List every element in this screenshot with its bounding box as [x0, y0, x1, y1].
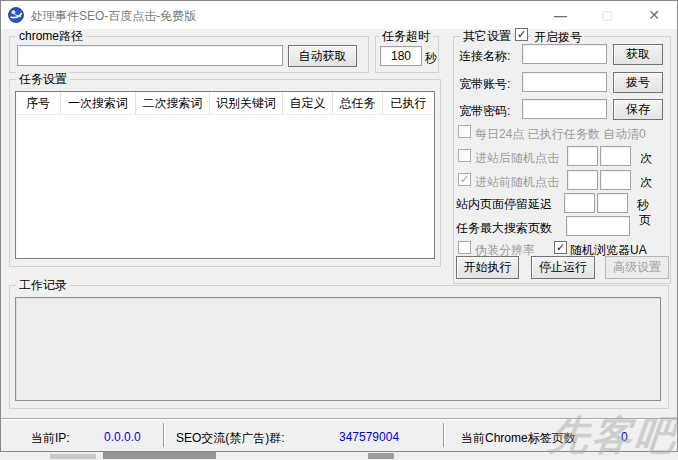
before-enter-click-checkbox[interactable]: ✓ — [458, 173, 471, 186]
after-enter-min-input[interactable] — [567, 146, 598, 166]
before-enter-min-input[interactable] — [567, 170, 598, 190]
work-log-group-label: 工作记录 — [16, 278, 70, 292]
column-header-custom[interactable]: 自定义 — [283, 92, 333, 114]
auto-get-path-button[interactable]: 自动获取 — [288, 45, 357, 67]
task-timeout-group-label: 任务超时 — [379, 29, 433, 43]
app-window: 处理事件SEO-百度点击-免费版 — ▢ ✕ chrome路径 自动获取 任务超… — [0, 0, 678, 452]
background-text-smudge — [103, 452, 216, 459]
get-connection-button[interactable]: 获取 — [613, 44, 663, 65]
column-header-search1[interactable]: 一次搜索词 — [61, 92, 136, 114]
after-enter-click-label: 进站后随机点击 — [475, 150, 559, 167]
background-blob-2 — [368, 453, 394, 459]
fake-resolution-checkbox[interactable] — [458, 241, 471, 254]
app-icon — [8, 7, 24, 23]
chrome-tabs-label: 当前Chrome标签页数 — [461, 430, 576, 447]
before-enter-click-label: 进站前随机点击 — [475, 174, 559, 191]
connection-name-label: 连接名称: — [459, 48, 510, 65]
task-settings-group-label: 任务设置 — [16, 72, 70, 86]
column-header-index[interactable]: 序号 — [16, 92, 61, 114]
broadband-account-label: 宽带账号: — [459, 76, 510, 93]
max-pages-unit: 页 — [639, 212, 651, 229]
seo-group-label: SEO交流(禁广告)群: — [176, 430, 285, 447]
after-enter-unit: 次 — [640, 150, 652, 167]
chrome-tabs-value: 0 — [621, 430, 628, 444]
max-pages-label: 任务最大搜索页数 — [456, 220, 552, 237]
task-timeout-input[interactable] — [380, 46, 422, 66]
dial-button[interactable]: 拨号 — [613, 72, 663, 93]
column-header-keyword[interactable]: 识别关键词 — [210, 92, 283, 114]
status-separator-2 — [443, 423, 444, 447]
seo-group-value: 347579004 — [339, 430, 399, 444]
broadband-password-label: 宽带密码: — [459, 103, 510, 120]
minimize-icon[interactable]: — — [538, 1, 583, 29]
task-timeout-unit: 秒 — [425, 50, 437, 67]
before-enter-unit: 次 — [640, 174, 652, 191]
task-table-header: 序号 一次搜索词 二次搜索词 识别关键词 自定义 总任务 已执行 — [16, 92, 434, 115]
other-settings-group-label: 其它设置 — [460, 29, 514, 43]
after-enter-click-checkbox[interactable] — [458, 149, 471, 162]
maximize-icon[interactable]: ▢ — [585, 1, 630, 29]
title-bar: 处理事件SEO-百度点击-免费版 — ▢ ✕ — [1, 1, 677, 29]
max-pages-input[interactable] — [566, 216, 630, 236]
after-enter-max-input[interactable] — [600, 146, 631, 166]
broadband-account-input[interactable] — [522, 72, 607, 92]
stop-button[interactable]: 停止运行 — [531, 256, 595, 279]
current-ip-label: 当前IP: — [31, 430, 70, 447]
daily-reset-label: 每日24点 已执行任务数 自动清0 — [475, 126, 646, 143]
work-log-area[interactable] — [15, 297, 661, 401]
chrome-path-input[interactable] — [17, 45, 283, 66]
before-enter-max-input[interactable] — [600, 170, 631, 190]
random-ua-checkbox[interactable]: ✓ — [554, 241, 567, 254]
column-header-executed[interactable]: 已执行 — [383, 92, 434, 114]
status-bar: 当前IP: 0.0.0.0 SEO交流(禁广告)群: 347579004 当前C… — [1, 418, 677, 451]
daily-reset-checkbox[interactable] — [458, 125, 471, 138]
save-button[interactable]: 保存 — [613, 99, 663, 120]
column-header-search2[interactable]: 二次搜索词 — [136, 92, 210, 114]
current-ip-value: 0.0.0.0 — [104, 430, 141, 444]
close-icon[interactable]: ✕ — [631, 1, 677, 29]
advanced-settings-button[interactable]: 高级设置 — [605, 256, 669, 279]
background-window-sliver — [0, 452, 678, 460]
stay-delay-label: 站内页面停留延迟 — [456, 196, 552, 213]
stay-delay-max-input[interactable] — [597, 193, 628, 213]
column-header-total[interactable]: 总任务 — [333, 92, 383, 114]
connection-name-input[interactable] — [522, 44, 607, 64]
window-title: 处理事件SEO-百度点击-免费版 — [31, 8, 196, 25]
enable-dial-checkbox[interactable]: ✓ — [515, 28, 528, 41]
stay-delay-min-input[interactable] — [564, 193, 595, 213]
chrome-path-group-label: chrome路径 — [16, 29, 86, 43]
broadband-password-input[interactable] — [522, 99, 607, 119]
task-table: 序号 一次搜索词 二次搜索词 识别关键词 自定义 总任务 已执行 — [15, 91, 435, 259]
background-blob — [50, 454, 96, 459]
status-separator — [163, 423, 164, 447]
start-button[interactable]: 开始执行 — [456, 256, 519, 279]
